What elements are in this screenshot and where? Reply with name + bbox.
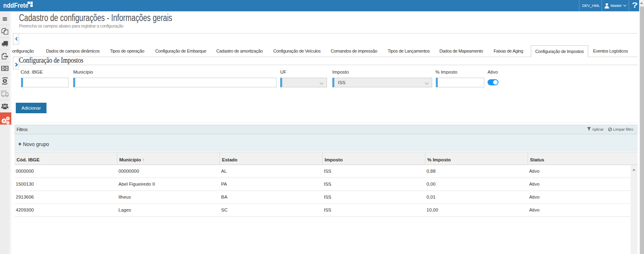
svg-text:1: 1 (4, 67, 6, 70)
svg-text:$: $ (4, 79, 6, 83)
